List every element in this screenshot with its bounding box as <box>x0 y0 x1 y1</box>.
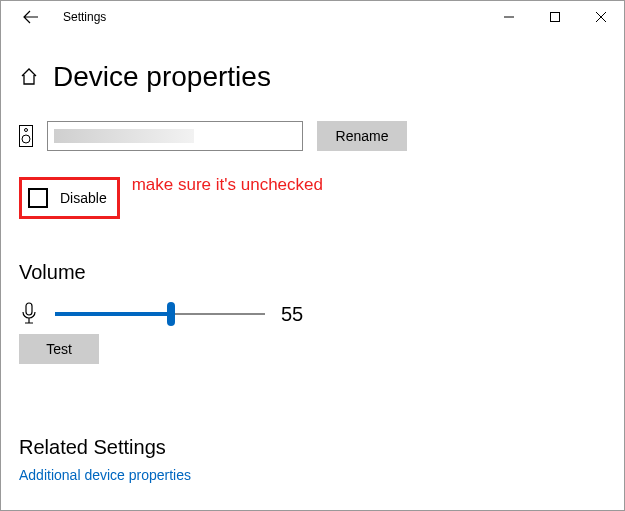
rename-button[interactable]: Rename <box>317 121 407 151</box>
disable-checkbox[interactable] <box>28 188 48 208</box>
volume-heading: Volume <box>19 261 606 284</box>
slider-fill <box>55 312 171 316</box>
annotation-text: make sure it's unchecked <box>132 175 323 195</box>
microphone-icon <box>19 302 39 326</box>
home-icon[interactable] <box>19 67 39 87</box>
window-title: Settings <box>63 10 106 24</box>
svg-point-3 <box>22 135 30 143</box>
disable-row: Disable <box>19 177 120 219</box>
back-button[interactable] <box>13 1 49 33</box>
test-button[interactable]: Test <box>19 334 99 364</box>
additional-device-properties-link[interactable]: Additional device properties <box>19 467 191 483</box>
maximize-icon <box>550 12 560 22</box>
volume-row: 55 <box>19 302 606 326</box>
page-header: Device properties <box>19 61 606 93</box>
svg-rect-0 <box>551 13 560 22</box>
content-area: Device properties Rename Disable make su… <box>1 33 624 484</box>
speaker-icon <box>19 125 33 147</box>
window-controls <box>486 1 624 33</box>
svg-point-2 <box>25 129 28 132</box>
arrow-left-icon <box>23 9 39 25</box>
close-button[interactable] <box>578 1 624 33</box>
minimize-icon <box>504 12 514 22</box>
disable-label: Disable <box>60 190 107 206</box>
slider-thumb[interactable] <box>167 302 175 326</box>
device-name-placeholder <box>54 129 194 143</box>
related-settings-heading: Related Settings <box>19 436 606 459</box>
device-name-row: Rename <box>19 121 606 151</box>
close-icon <box>596 12 606 22</box>
titlebar: Settings <box>1 1 624 33</box>
page-title: Device properties <box>53 61 271 93</box>
volume-value: 55 <box>281 303 303 326</box>
device-name-input[interactable] <box>47 121 303 151</box>
svg-rect-4 <box>26 303 32 315</box>
volume-slider[interactable] <box>55 304 265 324</box>
maximize-button[interactable] <box>532 1 578 33</box>
minimize-button[interactable] <box>486 1 532 33</box>
